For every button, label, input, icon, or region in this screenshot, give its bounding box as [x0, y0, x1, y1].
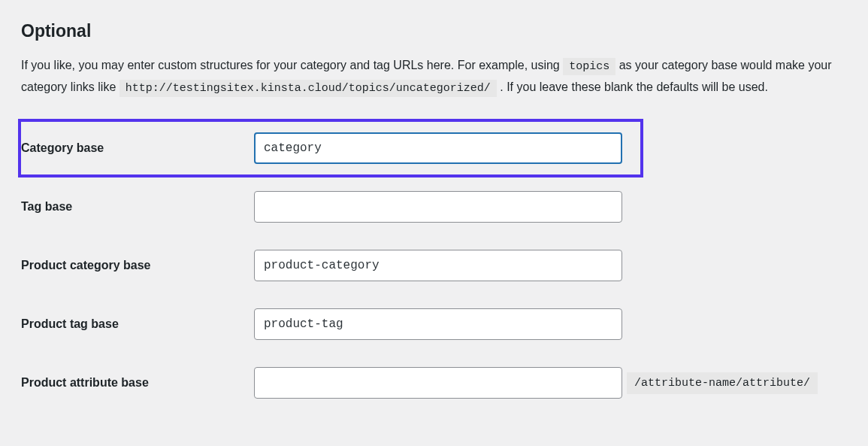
tag-base-input[interactable] — [254, 191, 622, 223]
tag-base-label: Tag base — [21, 200, 72, 213]
category-base-input[interactable] — [254, 132, 622, 164]
tag-base-label-cell: Tag base — [21, 200, 254, 214]
category-base-label-cell: Category base — [21, 141, 254, 155]
code-example-topics: topics — [563, 58, 615, 75]
product-attribute-base-input-cell: /attribute-name/attribute/ — [254, 367, 818, 399]
product-tag-base-row: Product tag base — [21, 295, 847, 353]
product-category-base-row: Product category base — [21, 236, 847, 295]
product-attribute-base-suffix: /attribute-name/attribute/ — [627, 372, 818, 394]
tag-base-row: Tag base — [21, 177, 847, 236]
product-tag-base-input[interactable] — [254, 308, 622, 340]
product-category-base-input-cell — [254, 250, 622, 281]
product-attribute-base-label-cell: Product attribute base — [21, 376, 254, 390]
description-text: . If you leave these blank the defaults … — [500, 80, 768, 93]
product-category-base-label-cell: Product category base — [21, 259, 254, 272]
tag-base-input-cell — [254, 191, 622, 223]
product-category-base-input[interactable] — [254, 250, 622, 281]
product-category-base-label: Product category base — [21, 259, 151, 272]
description-text: If you like, you may enter custom struct… — [21, 59, 563, 71]
section-description: If you like, you may enter custom struct… — [21, 55, 847, 98]
product-tag-base-input-cell — [254, 308, 622, 340]
category-base-input-cell — [254, 132, 622, 164]
category-base-row: Category base — [18, 119, 643, 177]
section-title: Optional — [21, 21, 847, 41]
product-attribute-base-row: Product attribute base /attribute-name/a… — [21, 353, 847, 412]
permalink-form: Category base Tag base Product category … — [21, 119, 847, 412]
product-tag-base-label-cell: Product tag base — [21, 317, 254, 331]
product-attribute-base-label: Product attribute base — [21, 376, 149, 389]
category-base-label: Category base — [21, 141, 104, 154]
product-tag-base-label: Product tag base — [21, 317, 119, 330]
code-example-url: http://testingsitex.kinsta.cloud/topics/… — [119, 80, 497, 97]
product-attribute-base-input[interactable] — [254, 367, 622, 399]
